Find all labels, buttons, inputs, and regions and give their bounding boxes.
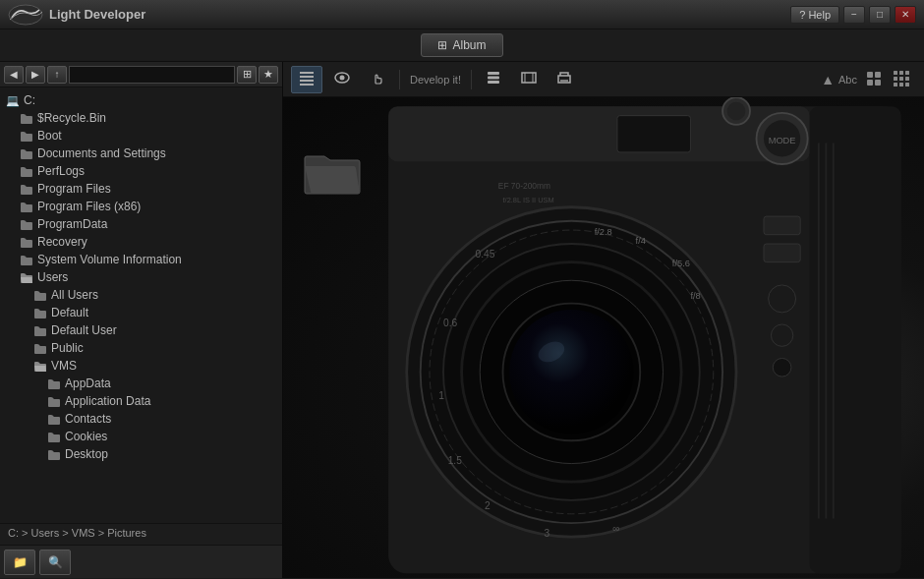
list-view-icon [298, 69, 316, 89]
root-label: C: [24, 93, 35, 107]
folder-icon [33, 325, 47, 336]
tree-item[interactable]: Program Files (x86) [0, 198, 282, 215]
svg-rect-27 [905, 83, 909, 87]
folder-icon [20, 255, 33, 265]
camera-illustration: MODE [283, 97, 924, 578]
main-layout: ◀ ▶ ↑ ⊞ ★ 💻 C: $Recycle.BinBootDocuments… [0, 62, 924, 578]
tree-item[interactable]: ProgramData [0, 215, 282, 233]
tree-item[interactable]: Default [0, 304, 282, 321]
svg-rect-3 [300, 80, 314, 82]
film-icon [520, 69, 538, 89]
svg-text:EF 70-200mm: EF 70-200mm [498, 181, 550, 191]
svg-rect-17 [867, 80, 873, 86]
film-button[interactable] [513, 66, 545, 93]
main-toolbar: ⊞ Album [0, 29, 924, 62]
tree-item[interactable]: Cookies [0, 428, 282, 445]
svg-rect-14 [560, 80, 568, 82]
tree-item[interactable]: VMS [0, 357, 282, 375]
search-button[interactable]: 🔍 [39, 550, 71, 575]
help-icon: ? [799, 9, 805, 21]
tree-item[interactable]: Program Files [0, 180, 282, 198]
bookmark-button[interactable]: ★ [259, 66, 278, 84]
sidebar-toolbar: ◀ ▶ ↑ ⊞ ★ [0, 62, 282, 87]
print-button[interactable] [549, 66, 580, 93]
tree-item-label: AppData [65, 376, 111, 390]
tree-item[interactable]: Desktop [0, 445, 282, 463]
svg-rect-2 [300, 76, 314, 78]
eye-view-button[interactable] [326, 66, 358, 93]
folder-icon [47, 396, 61, 407]
edit-button[interactable] [362, 66, 393, 93]
minimize-button[interactable]: − [843, 6, 865, 24]
tree-item[interactable]: System Volume Information [0, 251, 282, 268]
tree-item-label: Boot [37, 129, 62, 143]
folder-icon [20, 131, 33, 142]
tree-item[interactable]: Application Data [0, 392, 282, 410]
tree-item[interactable]: Default User [0, 321, 282, 339]
print-icon [555, 69, 573, 89]
folder-icon [20, 113, 33, 124]
tree-item[interactable]: AppData [0, 375, 282, 392]
svg-rect-15 [867, 72, 873, 78]
tree-item[interactable]: Users [0, 268, 282, 286]
titlebar-left: Light Developer [8, 4, 145, 26]
tree-item-label: VMS [51, 359, 77, 373]
folder-icon [20, 272, 33, 283]
open-folder-button[interactable]: 📁 [4, 550, 35, 575]
maximize-button[interactable]: □ [869, 6, 891, 24]
toolbar-right: ▲ Abc [821, 67, 916, 92]
tree-item[interactable]: Public [0, 339, 282, 357]
tree-item-label: ProgramData [37, 217, 107, 231]
tree-root[interactable]: 💻 C: [0, 91, 282, 109]
svg-point-60 [769, 285, 796, 313]
svg-rect-20 [899, 71, 903, 75]
screenshot-button[interactable]: ⊞ [237, 66, 257, 84]
svg-rect-16 [875, 72, 881, 78]
tree-item-label: Application Data [65, 394, 150, 408]
tree-item[interactable]: PerfLogs [0, 162, 282, 180]
forward-button[interactable]: ▶ [26, 66, 45, 84]
tree-item[interactable]: Documents and Settings [0, 145, 282, 162]
album-button[interactable]: ⊞ Album [421, 33, 502, 57]
breadcrumb: C: > Users > VMS > Pictures [0, 523, 282, 545]
svg-text:0.45: 0.45 [476, 249, 495, 260]
svg-text:f/2.8L IS II USM: f/2.8L IS II USM [503, 196, 554, 204]
file-tree: 💻 C: $Recycle.BinBootDocuments and Setti… [0, 87, 282, 523]
sidebar: ◀ ▶ ↑ ⊞ ★ 💻 C: $Recycle.BinBootDocuments… [0, 62, 283, 578]
help-button[interactable]: ? Help [790, 6, 839, 24]
tree-item-label: Public [51, 341, 84, 355]
separator-1 [399, 70, 400, 89]
svg-rect-4 [300, 84, 314, 86]
svg-rect-1 [300, 72, 314, 74]
help-label: Help [808, 9, 831, 21]
grid-view-button[interactable] [861, 67, 887, 92]
large-grid-icon [893, 70, 914, 89]
list-view-button[interactable] [291, 66, 322, 93]
stack-button[interactable] [478, 66, 509, 93]
svg-text:MODE: MODE [769, 136, 796, 145]
svg-text:∞: ∞ [612, 523, 619, 534]
develop-label: Develop it! [406, 74, 465, 86]
tree-item-label: Cookies [65, 430, 107, 443]
tree-item[interactable]: $Recycle.Bin [0, 109, 282, 127]
up-button[interactable]: ↑ [47, 66, 67, 84]
folder-icon [20, 184, 33, 195]
tree-item-label: Program Files [37, 182, 111, 196]
tree-item[interactable]: Boot [0, 127, 282, 145]
svg-rect-18 [875, 80, 881, 86]
tree-item[interactable]: Contacts [0, 410, 282, 428]
close-button[interactable]: ✕ [895, 6, 916, 24]
large-grid-view-button[interactable] [891, 67, 916, 92]
tree-item[interactable]: Recovery [0, 233, 282, 251]
root-drive-icon: 💻 [6, 94, 20, 107]
svg-text:2: 2 [485, 500, 491, 511]
svg-text:1.5: 1.5 [448, 455, 463, 466]
svg-rect-11 [524, 73, 526, 83]
path-input[interactable] [69, 66, 235, 84]
svg-rect-9 [488, 81, 499, 84]
album-icon: ⊞ [437, 38, 447, 52]
folder-icon [20, 148, 33, 159]
back-button[interactable]: ◀ [4, 66, 24, 84]
svg-rect-19 [894, 71, 897, 75]
tree-item[interactable]: All Users [0, 286, 282, 304]
